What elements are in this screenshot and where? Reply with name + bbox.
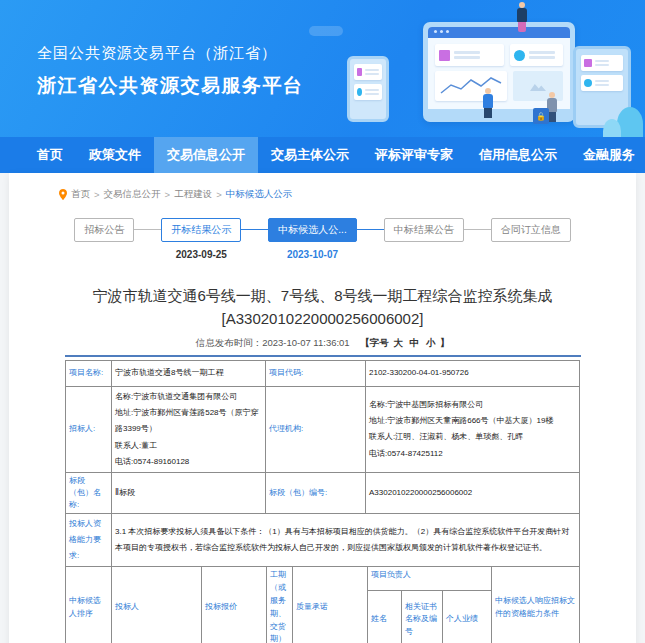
card-graphic — [354, 84, 382, 100]
col-name-header: 姓名 — [367, 591, 401, 643]
national-platform-title: 全国公共资源交易平台（浙江省） — [37, 44, 304, 63]
col-price-header: 投标报价 — [201, 567, 266, 643]
cyan-dot-icon — [514, 50, 525, 61]
table-row: 招标人: 名称:宁波市轨道交通集团有限公司 地址:宁波市鄞州区青莲路528号（原… — [66, 386, 580, 473]
agency-phone: 电话:0574-87425112 — [369, 446, 576, 462]
font-size-medium-button[interactable]: 中 — [410, 337, 420, 348]
font-size-label: 【字号 — [360, 337, 389, 348]
tenderer-contact: 联系人:董工 — [115, 438, 262, 454]
project-name-label: 项目名称: — [66, 360, 112, 386]
breadcrumb-engineering[interactable]: 工程建设 — [174, 188, 212, 201]
card-graphic — [510, 44, 563, 66]
font-size-label-end: 】 — [440, 337, 450, 348]
col-manager-group-header: 项目负责人 — [367, 567, 491, 591]
location-pin-icon — [59, 189, 67, 200]
breadcrumb: 首页 > 交易信息公开 > 工程建设 > 中标候选人公示 — [9, 173, 636, 201]
nav-item-finance[interactable]: 金融服务 — [570, 137, 645, 173]
main-navigation: 首页 政策文件 交易信息公开 交易主体公示 评标评审专家 信用信息公示 金融服务… — [0, 137, 645, 173]
step-connector — [134, 229, 161, 230]
text-lines-graphic — [595, 78, 609, 88]
breadcrumb-trade-info[interactable]: 交易信息公开 — [104, 188, 161, 201]
project-name-value: 宁波市轨道交通8号线一期工程 — [112, 360, 266, 386]
table-row: 标段（包）名称: Ⅱ标段 标段（包）编号: A33020102200002560… — [66, 473, 580, 514]
nav-item-trade-subject[interactable]: 交易主体公示 — [258, 137, 362, 173]
breadcrumb-separator: > — [94, 189, 100, 200]
breadcrumb-separator: > — [216, 189, 222, 200]
card-graphic — [581, 75, 623, 91]
cyan-dot-icon — [357, 88, 362, 96]
col-quality-header: 质量承诺 — [292, 567, 367, 643]
project-info-table: 项目名称: 宁波市轨道交通8号线一期工程 项目代码: 2102-330200-0… — [65, 360, 580, 568]
step-tender-notice: 招标公告 — [74, 218, 134, 242]
qualification-req-value: 3.1 本次招标要求投标人须具备以下条件：（1）具有与本招标项目相应的供货能力。… — [112, 514, 580, 567]
cloud-graphic — [309, 26, 343, 36]
cyan-dot-icon — [584, 79, 592, 87]
nav-item-home[interactable]: 首页 — [24, 137, 76, 173]
section-name-label: 标段（包）名称: — [66, 473, 112, 514]
agency-contact: 联系人:江明、汪淑莉、杨未、单琰彪、孔晖 — [369, 429, 576, 445]
step-candidate-publicity: 中标候选人公... 2023-10-07 — [268, 218, 356, 260]
step-connector — [241, 229, 268, 230]
candidates-table: 中标候选人排序 投标人 投标报价 工期（或服务期、交货期） 质量承诺 项目负责人… — [65, 566, 580, 643]
section-code-value: A3302010220000256006002 — [366, 473, 580, 514]
qualification-req-label: 投标人资格能力要求: — [66, 514, 112, 567]
breadcrumb-home[interactable]: 首页 — [71, 188, 90, 201]
card-graphic — [354, 64, 382, 80]
window-dots-icon — [434, 30, 449, 33]
step-candidate-publicity-button[interactable]: 中标候选人公... — [268, 218, 356, 242]
purple-tile-icon — [439, 50, 450, 61]
content-panel: 首页 > 交易信息公开 > 工程建设 > 中标候选人公示 招标公告 开标结果公示… — [9, 173, 636, 643]
col-duration-header: 工期（或服务期、交货期） — [266, 567, 292, 643]
step-contract-info-button[interactable]: 合同订立信息 — [491, 218, 571, 242]
step-tender-notice-button[interactable]: 招标公告 — [74, 218, 134, 242]
tenderer-phone: 电话:0574-89160128 — [115, 454, 262, 470]
breadcrumb-current: 中标候选人公示 — [226, 188, 293, 201]
col-rank-header: 中标候选人排序 — [65, 567, 111, 643]
site-banner: 全国公共资源交易平台（浙江省） 浙江省公共资源交易服务平台 — [0, 0, 645, 137]
plant-graphic — [603, 119, 621, 137]
nav-item-policy[interactable]: 政策文件 — [76, 137, 154, 173]
table-header-row: 中标候选人排序 投标人 投标报价 工期（或服务期、交货期） 质量承诺 项目负责人… — [65, 567, 579, 591]
page-title-line2: [A3302010220000256006002] — [9, 307, 636, 330]
publish-meta: 信息发布时间：2023-10-07 11:36:01 【字号 大 中 小 】 — [9, 337, 636, 350]
page-title: 宁波市轨道交通6号线一期、7号线、8号线一期工程综合监控系统集成 [A33020… — [9, 284, 636, 331]
site-titles: 全国公共资源交易平台（浙江省） 浙江省公共资源交易服务平台 — [37, 44, 304, 99]
text-lines-graphic — [454, 49, 480, 62]
agency-label: 代理机构: — [266, 386, 366, 473]
col-achievement-header: 个人业绩 — [442, 591, 491, 643]
card-graphic — [581, 55, 623, 71]
nav-item-credit[interactable]: 信用信息公示 — [466, 137, 570, 173]
agency-address: 地址:宁波市鄞州区天童南路666号（中基大厦）19楼 — [369, 413, 576, 429]
text-lines-graphic — [595, 58, 609, 68]
step-bid-opening-button[interactable]: 开标结果公示 — [161, 218, 241, 242]
image-icon — [530, 81, 546, 91]
nav-item-trade-info[interactable]: 交易信息公开 — [154, 137, 258, 173]
project-code-label: 项目代码: — [266, 360, 366, 386]
step-connector — [464, 229, 491, 230]
col-qualification-header: 中标候选人响应招标文件的资格能力条件 — [492, 567, 580, 643]
font-size-large-button[interactable]: 大 — [393, 337, 403, 348]
section-code-label: 标段（包）编号: — [266, 473, 366, 514]
agency-name: 名称:宁波中基国际招标有限公司 — [369, 397, 576, 413]
page: 全国公共资源交易平台（浙江省） 浙江省公共资源交易服务平台 — [0, 0, 645, 643]
font-size-small-button[interactable]: 小 — [426, 337, 436, 348]
step-contract-info: 合同订立信息 — [491, 218, 571, 242]
text-lines-graphic — [365, 67, 379, 77]
table-row: 项目名称: 宁波市轨道交通8号线一期工程 项目代码: 2102-330200-0… — [66, 360, 580, 386]
blue-divider — [65, 355, 581, 357]
tenderer-name: 名称:宁波市轨道交通集团有限公司 — [115, 389, 262, 405]
text-lines-graphic — [365, 87, 379, 97]
text-lines-graphic — [529, 49, 555, 62]
nav-item-experts[interactable]: 评标评审专家 — [362, 137, 466, 173]
table-row: 投标人资格能力要求: 3.1 本次招标要求投标人须具备以下条件：（1）具有与本招… — [66, 514, 580, 567]
step-award-result-button[interactable]: 中标结果公告 — [384, 218, 464, 242]
process-steps: 招标公告 开标结果公示 2023-09-25 中标候选人公... 2023-10… — [9, 218, 636, 264]
section-name-value: Ⅱ标段 — [112, 473, 266, 514]
step-award-result: 中标结果公告 — [384, 218, 464, 242]
project-code-value: 2102-330200-04-01-950726 — [366, 360, 580, 386]
lock-icon: 🔒 — [533, 108, 549, 124]
col-bidder-header: 投标人 — [111, 567, 201, 643]
tenderer-address: 地址:宁波市鄞州区青莲路528号（原宁穿路3399号） — [115, 405, 262, 438]
col-cert-header: 相关证书名称及编号 — [401, 591, 442, 643]
person-graphic — [517, 2, 527, 32]
